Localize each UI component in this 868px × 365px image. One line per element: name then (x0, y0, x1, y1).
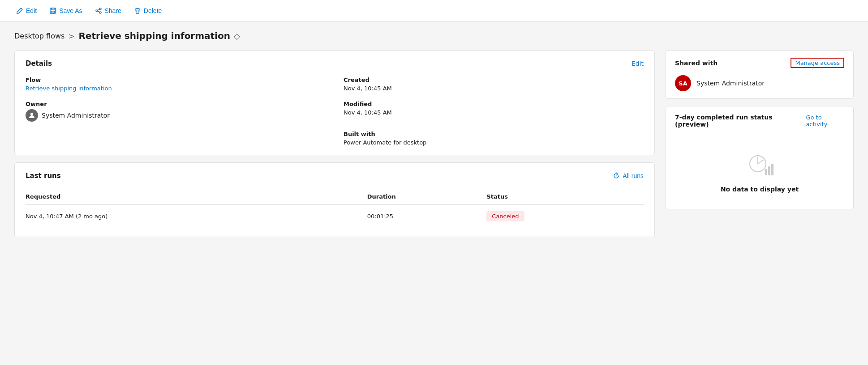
detail-flow: Flow Retrieve shipping information (26, 76, 326, 92)
svg-point-10 (30, 113, 33, 115)
breadcrumb: Desktop flows > Retrieve shipping inform… (14, 30, 854, 41)
edit-button[interactable]: Edit (11, 4, 42, 17)
built-with-label: Built with (344, 131, 644, 137)
svg-point-3 (99, 8, 101, 10)
breadcrumb-parent[interactable]: Desktop flows (14, 32, 64, 40)
manage-access-link[interactable]: Manage access (791, 58, 844, 68)
details-card-header: Details Edit (26, 59, 644, 68)
svg-rect-1 (52, 8, 54, 10)
breadcrumb-current: Retrieve shipping information (78, 30, 230, 41)
shared-with-card: Shared with Manage access SA System Admi… (666, 50, 854, 99)
no-data-container: No data to display yet (675, 137, 844, 202)
shared-header: Shared with Manage access (675, 58, 844, 68)
detail-owner: Owner System Administrator (26, 101, 326, 122)
page: Desktop flows > Retrieve shipping inform… (0, 21, 868, 246)
all-runs-button[interactable]: All runs (613, 172, 644, 179)
activity-card: 7-day completed run status (preview) Go … (666, 106, 854, 209)
owner-name: System Administrator (42, 112, 110, 119)
runs-table: Requested Duration Status Nov 4, 10:47 A… (26, 189, 644, 228)
svg-line-6 (98, 9, 99, 10)
built-with-value: Power Automate for desktop (344, 139, 644, 146)
diamond-icon: ◇ (234, 31, 240, 41)
details-card: Details Edit Flow Retrieve shipping info… (14, 50, 655, 155)
person-icon (28, 112, 35, 119)
right-column: Shared with Manage access SA System Admi… (666, 50, 854, 209)
col-requested: Requested (26, 189, 367, 205)
share-button[interactable]: Share (90, 4, 127, 17)
share-icon (95, 7, 102, 14)
edit-icon (16, 7, 23, 14)
no-data-icon (745, 150, 774, 180)
refresh-icon (613, 172, 620, 179)
created-label: Created (344, 76, 644, 83)
user-row: SA System Administrator (675, 75, 844, 91)
breadcrumb-separator: > (68, 31, 75, 41)
created-value: Nov 4, 10:45 AM (344, 85, 644, 92)
svg-rect-14 (771, 164, 773, 175)
col-duration: Duration (367, 189, 487, 205)
detail-built-with: Built with Power Automate for desktop (344, 131, 644, 146)
flow-label: Flow (26, 76, 326, 83)
activity-title: 7-day completed run status (preview) (675, 114, 806, 128)
delete-button[interactable]: Delete (129, 4, 167, 17)
detail-modified: Modified Nov 4, 10:45 AM (344, 101, 644, 122)
left-column: Details Edit Flow Retrieve shipping info… (14, 50, 655, 237)
owner-avatar (26, 109, 38, 122)
save-as-icon (49, 7, 56, 14)
shared-title: Shared with (675, 59, 718, 67)
svg-rect-12 (765, 169, 767, 175)
run-duration: 00:01:25 (367, 205, 487, 228)
last-runs-title: Last runs (26, 172, 61, 180)
table-row: Nov 4, 10:47 AM (2 mo ago)00:01:25Cancel… (26, 205, 644, 228)
svg-rect-13 (768, 166, 770, 175)
save-as-button[interactable]: Save As (44, 4, 87, 17)
run-requested: Nov 4, 10:47 AM (2 mo ago) (26, 205, 367, 228)
svg-line-7 (98, 11, 99, 12)
detail-created: Created Nov 4, 10:45 AM (344, 76, 644, 92)
svg-point-4 (96, 10, 98, 12)
last-runs-header: Last runs All runs (26, 172, 644, 180)
svg-rect-2 (51, 11, 55, 13)
no-data-text: No data to display yet (721, 186, 799, 193)
run-status: Canceled (486, 205, 644, 228)
owner-value-container: System Administrator (26, 109, 326, 122)
content-layout: Details Edit Flow Retrieve shipping info… (14, 50, 854, 237)
modified-label: Modified (344, 101, 644, 107)
go-to-activity-link[interactable]: Go to activity (806, 114, 844, 127)
details-title: Details (26, 59, 52, 68)
details-grid: Flow Retrieve shipping information Creat… (26, 76, 644, 146)
user-name: System Administrator (696, 80, 765, 87)
modified-value: Nov 4, 10:45 AM (344, 109, 644, 116)
delete-icon (134, 7, 141, 14)
user-avatar: SA (675, 75, 691, 91)
activity-header: 7-day completed run status (preview) Go … (675, 114, 844, 128)
svg-point-5 (99, 12, 101, 13)
details-edit-link[interactable]: Edit (632, 60, 644, 67)
status-badge: Canceled (486, 211, 524, 221)
col-status: Status (486, 189, 644, 205)
last-runs-card: Last runs All runs Requested Duration (14, 162, 655, 237)
owner-label: Owner (26, 101, 326, 107)
flow-value[interactable]: Retrieve shipping information (26, 85, 326, 92)
chart-empty-icon (745, 150, 774, 179)
toolbar: Edit Save As Share Delete (0, 0, 868, 21)
